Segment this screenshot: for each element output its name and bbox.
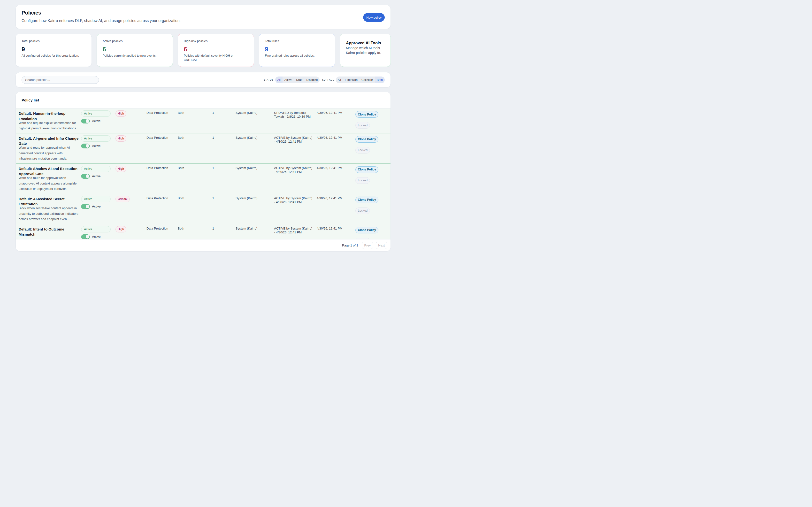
stat-value: 9 <box>265 45 329 53</box>
policy-cell-category: Data Protection <box>147 164 178 194</box>
stats-row: Total policies 9 All configured policies… <box>15 34 391 67</box>
locked-button[interactable]: Locked <box>355 177 370 184</box>
policy-cell-activity: ACTIVE by System (Kairro) · 4/30/26, 12:… <box>274 194 317 224</box>
policy-cell-activity: ACTIVE by System (Kairro) · 4/30/26, 12:… <box>274 224 317 239</box>
active-toggle[interactable] <box>81 174 90 179</box>
policy-cell-main: Default: Shadow AI and Execution Approva… <box>16 164 81 194</box>
policy-cell-rules: 1 <box>212 164 236 194</box>
policy-cell-surface: Both <box>178 108 212 133</box>
policy-cell-status: Active Active <box>81 133 115 163</box>
toggle-label: Active <box>92 119 101 123</box>
filter-option-draft[interactable]: Draft <box>294 76 304 83</box>
policy-cell-updated: 4/30/26, 12:41 PM <box>317 164 355 194</box>
policy-list-scroll-area[interactable]: Default: Human-in-the-loop Escalation Wa… <box>16 108 391 239</box>
locked-button[interactable]: Locked <box>355 238 370 239</box>
stat-description: All configured policies for this organiz… <box>21 54 86 58</box>
policy-cell-actions: Clone Policy Locked <box>355 133 391 163</box>
stat-description: Policies currently applied to new events… <box>103 54 167 58</box>
toggle-knob <box>86 119 90 123</box>
prev-page-button[interactable]: Prev <box>362 242 373 249</box>
policy-cell-status: Active Active <box>81 164 115 194</box>
policy-row: Default: AI-assisted Secret Exfiltration… <box>16 194 391 224</box>
policy-cell-actions: Clone Policy Locked <box>355 108 391 133</box>
policy-description: Block when secret-like content appears i… <box>19 206 80 222</box>
policy-cell-status: Active Active <box>81 194 115 224</box>
toggle-knob <box>86 144 90 148</box>
locked-button[interactable]: Locked <box>355 147 370 154</box>
clone-policy-button[interactable]: Clone Policy <box>355 111 379 118</box>
search-input[interactable] <box>21 76 99 84</box>
policy-cell-main: Default: Human-in-the-loop Escalation Wa… <box>16 108 81 133</box>
policy-cell-surface: Both <box>178 133 212 163</box>
clone-policy-button[interactable]: Clone Policy <box>355 136 379 143</box>
policy-cell-status: Active Active <box>81 108 115 133</box>
surface-filter-label: SURFACE <box>322 78 334 81</box>
policy-cell-surface: Both <box>178 224 212 239</box>
policy-cell-severity: Critical <box>115 194 147 224</box>
clone-policy-button[interactable]: Clone Policy <box>355 196 379 203</box>
stat-card-active-policies: Active policies 6 Policies currently app… <box>97 34 173 67</box>
policy-cell-main: Default: AI-generated Infra Change Gate … <box>16 133 81 163</box>
policy-cell-severity: High <box>115 133 147 163</box>
toggle-label: Active <box>92 235 101 239</box>
policy-cell-actions: Clone Policy Locked <box>355 164 391 194</box>
filter-option-collector[interactable]: Collector <box>359 76 375 83</box>
page-title: Policies <box>21 9 385 16</box>
policy-cell-activity: UPDATED by Benedict Tawiah · 2/8/26, 10:… <box>274 108 317 133</box>
active-toggle[interactable] <box>81 144 90 149</box>
policy-cell-source: System (Kairro) <box>236 133 274 163</box>
policy-list-title: Policy list <box>16 92 391 108</box>
status-pill: Active <box>81 166 111 172</box>
surface-filter-group: AllExtensionCollectorBoth <box>336 76 385 83</box>
filter-option-both[interactable]: Both <box>375 76 385 83</box>
policy-name: Default: AI-generated Infra Change Gate <box>19 136 80 146</box>
next-page-button[interactable]: Next <box>376 242 387 249</box>
locked-button[interactable]: Locked <box>355 122 370 128</box>
active-toggle[interactable] <box>81 234 90 239</box>
toggle-row: Active <box>81 174 115 179</box>
policy-cell-source: System (Kairro) <box>236 108 274 133</box>
locked-button[interactable]: Locked <box>355 208 370 214</box>
policy-cell-status: Active Active <box>81 224 115 239</box>
toggle-knob <box>86 235 90 239</box>
status-filter-label: STATUS <box>264 78 273 81</box>
policy-cell-rules: 1 <box>212 224 236 239</box>
policy-cell-category: Data Protection <box>147 133 178 163</box>
policy-description: Warn and require explicit confirmation f… <box>19 120 80 131</box>
policy-description: Warn and route for approval when AI-gene… <box>19 145 80 162</box>
active-toggle[interactable] <box>81 119 90 123</box>
severity-badge: High <box>115 166 126 172</box>
policy-cell-surface: Both <box>178 164 212 194</box>
clone-policy-button[interactable]: Clone Policy <box>355 166 379 173</box>
page-indicator: Page 1 of 1 <box>342 243 358 247</box>
stat-value: 6 <box>184 45 248 53</box>
stat-label: Total policies <box>21 39 86 43</box>
severity-badge: High <box>115 135 126 142</box>
approved-ai-tools-title: Approved AI Tools <box>346 40 385 46</box>
filter-option-all[interactable]: All <box>336 76 343 83</box>
filter-option-disabled[interactable]: Disabled <box>304 76 320 83</box>
policy-name: Default: Shadow AI and Execution Approva… <box>19 166 80 176</box>
policy-description: Warn and route for approval when unappro… <box>19 175 80 192</box>
severity-badge: High <box>115 226 126 232</box>
policy-cell-source: System (Kairro) <box>236 224 274 239</box>
toggle-row: Active <box>81 234 115 239</box>
clone-policy-button[interactable]: Clone Policy <box>355 227 379 233</box>
policy-row: Default: AI-generated Infra Change Gate … <box>16 133 391 164</box>
toggle-label: Active <box>92 144 101 148</box>
filter-option-active[interactable]: Active <box>283 76 294 83</box>
stat-label: High-risk policies <box>184 39 248 43</box>
policy-cell-category: Data Protection <box>147 108 178 133</box>
approved-ai-tools-card[interactable]: Approved AI Tools Manage which AI tools … <box>340 34 391 67</box>
policy-cell-updated: 4/30/26, 12:41 PM <box>317 224 355 239</box>
filter-option-all[interactable]: All <box>275 76 282 83</box>
filter-option-extension[interactable]: Extension <box>343 76 359 83</box>
stat-description: Policies with default severity HIGH or C… <box>184 54 248 62</box>
policy-name: Default: Intent to Outcome Mismatch <box>19 227 80 237</box>
policy-cell-source: System (Kairro) <box>236 164 274 194</box>
status-pill: Active <box>81 110 111 117</box>
new-policy-button[interactable]: New policy <box>363 13 385 22</box>
approved-ai-tools-description: Manage which AI tools Kairro policies ap… <box>346 46 385 55</box>
stat-label: Active policies <box>103 39 167 43</box>
active-toggle[interactable] <box>81 204 90 209</box>
